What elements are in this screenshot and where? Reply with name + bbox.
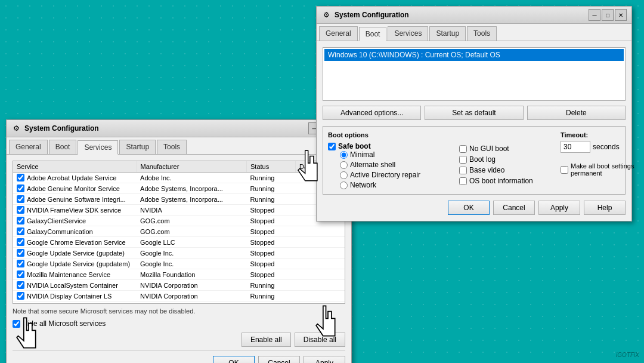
col-manufacturer[interactable]: Manufacturer xyxy=(137,161,246,173)
service-checkbox[interactable] xyxy=(17,292,24,300)
sysconfig-cancel-button[interactable]: Cancel xyxy=(493,201,535,215)
service-checkbox[interactable] xyxy=(17,238,24,246)
table-row[interactable]: GalaxyClientService GOG.com Stopped xyxy=(13,216,345,226)
network-radio-item[interactable]: Network xyxy=(340,181,447,189)
services-window: ⚙ System Configuration ─ □ ✕ General Boo… xyxy=(6,119,352,363)
network-radio[interactable] xyxy=(340,182,348,189)
sysconfig-ok-button[interactable]: OK xyxy=(448,201,490,215)
tab-startup[interactable]: Startup xyxy=(119,140,156,154)
no-gui-boot-checkbox[interactable] xyxy=(459,145,467,153)
table-row[interactable]: Adobe Acrobat Update Service Adobe Inc. … xyxy=(13,173,345,183)
alternate-shell-radio-item[interactable]: Alternate shell xyxy=(340,161,447,169)
sysconfig-title-bar[interactable]: ⚙ System Configuration ─ □ ✕ xyxy=(317,7,631,24)
ok-button[interactable]: OK xyxy=(213,356,255,363)
service-manufacturer-cell: NVIDIA Corporation xyxy=(137,280,246,291)
minimal-radio-item[interactable]: Minimal xyxy=(340,150,447,159)
hide-ms-label[interactable]: Hide all Microsoft services xyxy=(23,319,106,328)
col-status[interactable]: Status xyxy=(247,161,296,173)
minimal-radio[interactable] xyxy=(340,151,348,159)
service-checkbox[interactable] xyxy=(17,249,24,257)
service-checkbox[interactable] xyxy=(17,206,24,214)
sysconfig-window-icon: ⚙ xyxy=(321,10,331,20)
active-directory-radio[interactable] xyxy=(340,171,348,179)
table-row[interactable]: Adobe Genuine Monitor Service Adobe Syst… xyxy=(13,183,345,194)
sysconfig-content: Windows 10 (C:\WINDOWS) : Current OS; De… xyxy=(317,41,631,221)
sysconfig-tab-startup[interactable]: Startup xyxy=(429,26,466,41)
tab-general[interactable]: General xyxy=(9,140,48,154)
service-status-cell: Stopped xyxy=(247,269,296,280)
tab-tools[interactable]: Tools xyxy=(157,140,187,154)
cancel-button[interactable]: Cancel xyxy=(258,356,300,363)
table-row[interactable]: Adobe Genuine Software Integri... Adobe … xyxy=(13,194,345,205)
service-status-cell: Running xyxy=(247,280,296,291)
hide-ms-row: Hide all Microsoft services xyxy=(13,319,345,328)
table-row[interactable]: Google Update Service (gupdatem) Google … xyxy=(13,259,345,269)
sysconfig-minimize-button[interactable]: ─ xyxy=(589,9,600,21)
tab-services[interactable]: Services xyxy=(78,140,118,155)
tab-boot[interactable]: Boot xyxy=(49,140,77,154)
sysconfig-tab-general[interactable]: General xyxy=(319,26,358,41)
services-table: Service Manufacturer Status Date Disa...… xyxy=(13,161,345,302)
active-directory-radio-item[interactable]: Active Directory repair xyxy=(340,171,447,179)
boot-entry-listbox[interactable]: Windows 10 (C:\WINDOWS) : Current OS; De… xyxy=(323,47,626,101)
table-row[interactable]: Google Update Service (gupdate) Google I… xyxy=(13,248,345,259)
table-row[interactable]: NVIDIA FrameView SDK service NVIDIA Stop… xyxy=(13,205,345,216)
service-checkbox[interactable] xyxy=(17,227,24,235)
hide-ms-checkbox[interactable] xyxy=(13,320,20,328)
sysconfig-tab-services[interactable]: Services xyxy=(388,26,428,41)
table-row[interactable]: NVIDIA LocalSystem Container NVIDIA Corp… xyxy=(13,280,345,291)
sysconfig-tab-boot[interactable]: Boot xyxy=(359,27,387,41)
service-checkbox[interactable] xyxy=(17,174,24,182)
service-checkbox[interactable] xyxy=(17,281,24,289)
sysconfig-help-button[interactable]: Help xyxy=(584,201,626,215)
safe-boot-row: Safe boot xyxy=(328,142,447,150)
base-video-checkbox[interactable] xyxy=(459,167,467,174)
timeout-input[interactable] xyxy=(561,141,590,153)
sysconfig-maximize-button[interactable]: □ xyxy=(602,9,614,21)
sysconfig-tab-tools[interactable]: Tools xyxy=(467,26,497,41)
sysconfig-apply-button[interactable]: Apply xyxy=(538,201,580,215)
service-checkbox[interactable] xyxy=(17,217,24,224)
boot-log-checkbox[interactable] xyxy=(459,156,467,164)
os-boot-info-checkbox[interactable] xyxy=(459,177,467,185)
service-checkbox[interactable] xyxy=(17,195,24,203)
service-checkbox[interactable] xyxy=(17,184,24,192)
safe-boot-options: Minimal Alternate shell Active Directory… xyxy=(340,150,447,189)
service-status-cell: Running xyxy=(247,173,296,183)
services-title-bar[interactable]: ⚙ System Configuration ─ □ ✕ xyxy=(7,120,351,137)
service-date-cell xyxy=(295,237,344,248)
table-row[interactable]: GalaxyCommunication GOG.com Stopped xyxy=(13,226,345,237)
alternate-shell-radio[interactable] xyxy=(340,161,348,169)
make-permanent-checkbox[interactable] xyxy=(561,166,568,174)
enable-all-button[interactable]: Enable all xyxy=(242,333,291,347)
sysconfig-close-button[interactable]: ✕ xyxy=(615,9,627,21)
services-table-container[interactable]: Service Manufacturer Status Date Disa...… xyxy=(13,161,345,304)
advanced-options-button[interactable]: Advanced options... xyxy=(323,106,421,120)
service-date-cell xyxy=(295,291,344,302)
delete-button[interactable]: Delete xyxy=(527,106,626,120)
disable-all-button[interactable]: Disable all xyxy=(295,333,345,347)
table-row[interactable]: NVIDIA Display Container LS NVIDIA Corpo… xyxy=(13,291,345,302)
os-boot-info-label: OS boot information xyxy=(469,177,533,185)
safe-boot-checkbox[interactable] xyxy=(328,143,336,150)
col-service[interactable]: Service xyxy=(13,161,137,173)
service-manufacturer-cell: GOG.com xyxy=(137,226,246,237)
apply-button[interactable]: Apply xyxy=(304,356,345,363)
boot-entry-item[interactable]: Windows 10 (C:\WINDOWS) : Current OS; De… xyxy=(324,49,624,61)
table-row[interactable]: Google Chrome Elevation Service Google L… xyxy=(13,237,345,248)
table-header-row: Service Manufacturer Status Date Disa... xyxy=(13,161,345,173)
safe-boot-label[interactable]: Safe boot xyxy=(338,142,371,150)
sysconfig-window-title: System Configuration xyxy=(335,11,589,19)
boot-log-label: Boot log xyxy=(469,155,496,164)
boot-log-item: Boot log xyxy=(459,155,549,164)
service-checkbox[interactable] xyxy=(17,270,24,278)
services-tab-bar: General Boot Services Startup Tools xyxy=(7,137,351,155)
service-name-cell: GalaxyCommunication xyxy=(13,226,137,237)
set-as-default-button[interactable]: Set as default xyxy=(425,106,523,120)
service-name-cell: Google Chrome Elevation Service xyxy=(13,237,137,248)
service-name-cell: GalaxyClientService xyxy=(13,216,137,226)
no-gui-boot-item: No GUI boot xyxy=(459,144,549,153)
sysconfig-tab-bar: General Boot Services Startup Tools xyxy=(317,24,631,41)
service-checkbox[interactable] xyxy=(17,260,24,267)
table-row[interactable]: Mozilla Maintenance Service Mozilla Foun… xyxy=(13,269,345,280)
